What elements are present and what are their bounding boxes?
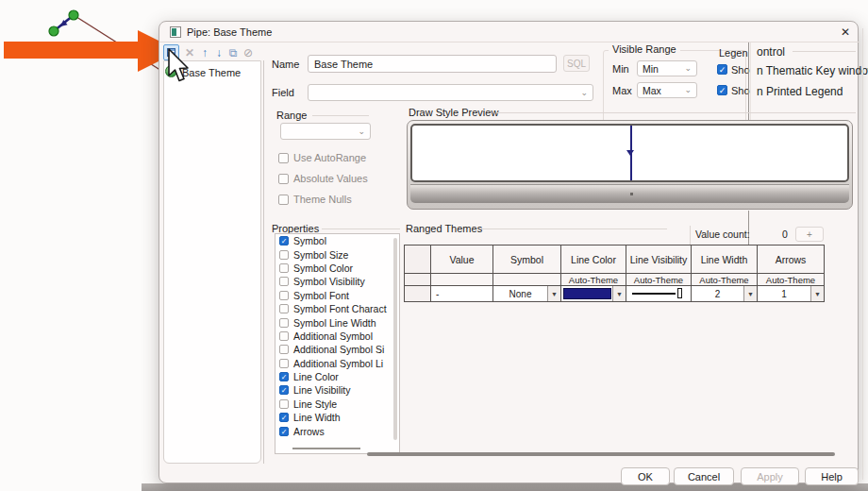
property-item[interactable]: Symbol Font Charact [275, 302, 399, 315]
checkbox-checked-icon[interactable] [279, 427, 289, 436]
horizontal-scrollbar[interactable] [367, 452, 835, 456]
checkbox-icon[interactable] [279, 277, 289, 286]
move-up-button[interactable]: ↑ [198, 45, 211, 59]
field-label: Field [272, 87, 294, 98]
property-label: Line Visibility [293, 384, 351, 396]
ranged-themes-table: Value Symbol Line Color Line Visibility … [404, 245, 825, 302]
theme-nulls-checkbox[interactable] [278, 195, 289, 205]
dropdown-icon[interactable]: ▼ [547, 286, 560, 301]
sql-button[interactable]: SQL [563, 55, 590, 72]
line-color-cell[interactable]: ▼ [561, 286, 626, 301]
checkbox-icon[interactable] [279, 250, 289, 260]
vertical-scrollbar[interactable] [393, 238, 397, 440]
property-label: Additional Symbol Li [293, 358, 383, 369]
range-combobox[interactable]: ⌄ [280, 123, 371, 140]
column-header[interactable]: Value [431, 246, 493, 274]
apply-button[interactable]: Apply [741, 467, 799, 485]
tree-item-base-theme[interactable]: Base Theme [182, 67, 241, 78]
show-printed-checkbox[interactable] [717, 85, 727, 95]
cancel-button[interactable]: Cancel [674, 467, 734, 485]
row-selector-header [405, 246, 431, 274]
dropdown-icon[interactable]: ▼ [612, 286, 626, 301]
printed-legend-label: n Printed Legend [757, 85, 843, 98]
ok-button[interactable]: OK [621, 467, 670, 485]
value-cell[interactable]: - [431, 286, 493, 301]
column-header[interactable]: Line Color [561, 246, 626, 274]
property-label: Symbol Visibility [293, 276, 365, 287]
checkbox-icon[interactable] [279, 331, 289, 341]
line-visibility-handle[interactable] [677, 288, 682, 298]
checkbox-checked-icon[interactable] [279, 413, 289, 422]
property-item[interactable]: Arrows [275, 424, 399, 437]
close-icon[interactable]: ✕ [837, 25, 854, 40]
line-width-value: 2 [692, 289, 743, 299]
column-header[interactable]: Line Width [692, 246, 758, 274]
line-color-swatch[interactable] [563, 288, 611, 299]
column-header[interactable]: Symbol [493, 246, 561, 274]
name-input[interactable] [308, 55, 557, 73]
checkbox-icon[interactable] [279, 304, 289, 313]
use-autorange-checkbox[interactable] [278, 153, 289, 163]
property-item[interactable]: Additional Symbol Li [275, 357, 399, 370]
property-item[interactable]: Symbol Line Width [275, 315, 399, 329]
field-combobox[interactable]: ⌄ [308, 84, 593, 101]
auto-theme-cell: Auto-Theme [758, 274, 824, 286]
checkbox-icon[interactable] [279, 291, 289, 300]
property-label: Additional Symbol Si [293, 344, 384, 355]
preview-flow-arrow-icon [626, 150, 634, 156]
title-bar[interactable]: Pipe: Base Theme ✕ [159, 22, 860, 42]
row-selector[interactable] [405, 286, 431, 301]
property-item[interactable]: Line Visibility [275, 383, 399, 397]
map-node-icon [69, 10, 78, 20]
line-visibility-sample [632, 293, 676, 295]
absolute-values-checkbox[interactable] [278, 174, 289, 184]
property-item[interactable]: Symbol Visibility [275, 275, 399, 288]
dropdown-icon[interactable]: ▼ [743, 286, 757, 301]
checkbox-icon[interactable] [279, 359, 289, 368]
max-combobox[interactable]: Max ⌄ [637, 82, 697, 98]
help-button[interactable]: Help [805, 467, 859, 485]
checkbox-checked-icon[interactable] [279, 236, 289, 246]
property-item[interactable]: Symbol Color [275, 262, 399, 275]
properties-listbox[interactable]: Symbol Symbol Size Symbol Color Symbol V… [275, 233, 400, 454]
disable-theme-button[interactable]: ⊘ [242, 45, 255, 59]
duplicate-theme-button[interactable]: ⧉ [226, 45, 240, 59]
arrows-cell[interactable]: 1▼ [758, 286, 824, 301]
property-label: Line Color [293, 371, 339, 382]
checkbox-checked-icon[interactable] [279, 385, 289, 395]
auto-theme-cell [405, 274, 431, 286]
checkbox-checked-icon[interactable] [279, 372, 289, 381]
auto-theme-cell: Auto-Theme [561, 274, 626, 286]
symbol-cell[interactable]: None▼ [493, 286, 561, 301]
horizontal-scrollbar[interactable] [292, 448, 360, 449]
property-label: Line Width [293, 412, 341, 423]
column-header[interactable]: Line Visibility [626, 246, 692, 274]
checkbox-icon[interactable] [279, 345, 289, 354]
property-item[interactable]: Symbol [275, 234, 399, 247]
dialog-app-icon [170, 26, 181, 38]
line-width-cell[interactable]: 2▼ [692, 286, 758, 301]
property-item[interactable]: Line Width [275, 411, 399, 424]
property-item[interactable]: Symbol Font [275, 289, 399, 302]
checkbox-icon[interactable] [279, 263, 289, 273]
group-rule [793, 51, 856, 52]
range-group-title: Range [276, 110, 307, 121]
move-down-button[interactable]: ↓ [212, 45, 225, 59]
property-item[interactable]: Additional Symbol [275, 330, 399, 343]
property-item[interactable]: Line Style [275, 398, 399, 411]
checkbox-icon[interactable] [279, 318, 289, 328]
line-visibility-cell[interactable] [626, 286, 692, 301]
mouse-cursor-icon [166, 48, 191, 84]
preview-slider-trough[interactable] [410, 184, 849, 203]
show-thematic-checkbox[interactable] [717, 64, 727, 75]
property-item[interactable]: Symbol Size [275, 247, 399, 261]
property-item[interactable]: Line Color [275, 370, 399, 383]
theme-tree-panel[interactable] [163, 60, 261, 464]
min-combobox[interactable]: Min ⌄ [637, 60, 697, 76]
column-header[interactable]: Arrows [758, 246, 824, 274]
checkbox-icon[interactable] [279, 399, 289, 409]
add-value-button[interactable]: + [795, 227, 824, 242]
dropdown-icon[interactable]: ▼ [810, 286, 824, 301]
chevron-down-icon: ⌄ [684, 86, 692, 94]
property-item[interactable]: Additional Symbol Si [275, 343, 399, 356]
